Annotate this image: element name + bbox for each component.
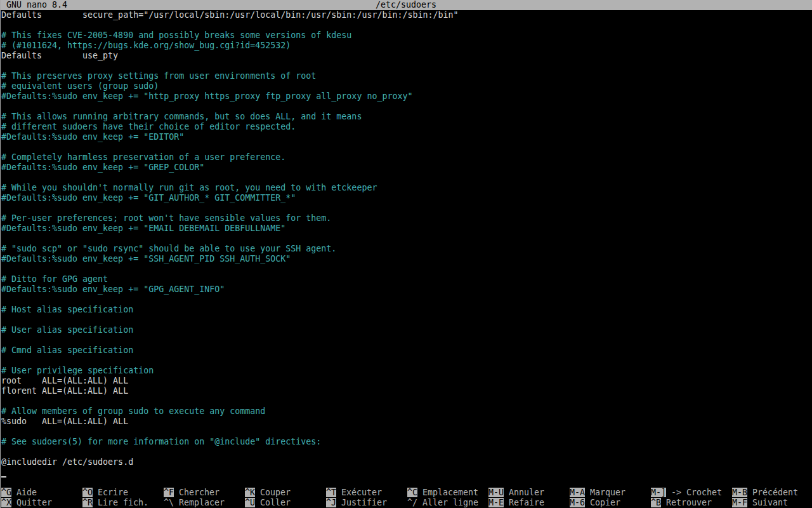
shortcut-label: Chercher (179, 488, 219, 497)
editor-line[interactable] (0, 234, 812, 244)
shortcut-précédent: M-BPrécédent (731, 488, 812, 498)
shortcut-key: ^F (164, 488, 174, 497)
shortcut-key: ^O (82, 488, 93, 497)
shortcut-key: ^X (1, 498, 11, 507)
editor-line[interactable]: # See sudoers(5) for more information on… (0, 437, 812, 447)
editor-line[interactable]: # Cmnd alias specification (0, 345, 812, 356)
shortcut-marquer: M-AMarquer (568, 488, 650, 498)
editor-line[interactable]: @includedir /etc/sudoers.d (0, 457, 812, 467)
terminal-window: GNU nano 8.4 /etc/sudoers Defaults secur… (0, 0, 812, 508)
shortcut-label: Retrouver (666, 498, 712, 507)
shortcut-label: Emplacement (422, 488, 478, 497)
editor-line[interactable]: # equivalent users (group sudo) (0, 81, 812, 91)
shortcut-label: Couper (260, 488, 291, 497)
editor-line[interactable]: #Defaults:%sudo env_keep += "GIT_AUTHOR_… (0, 193, 812, 203)
editor-line[interactable] (0, 315, 812, 325)
shortcut-key: M-A (570, 488, 585, 497)
shortcut-label: Copier (590, 498, 620, 507)
editor-line[interactable] (0, 447, 812, 457)
shortcut-remplacer: ^\Remplacer (162, 498, 244, 508)
shortcut-key: M-U (488, 488, 504, 497)
editor-line[interactable] (0, 102, 812, 112)
editor-line[interactable]: # Per-user preferences; root won't have … (0, 213, 812, 224)
shortcut-key: M-E (488, 498, 504, 507)
editor-line[interactable]: # User alias specification (0, 325, 812, 335)
shortcut-row-top: ^GAide^OÉcrire^FChercher^KCouper^TExécut… (0, 488, 812, 498)
status-line (0, 478, 812, 488)
shortcut-label: Aide (16, 488, 37, 497)
editor-line[interactable] (0, 203, 812, 213)
editor-line[interactable]: florent ALL=(ALL:ALL) ALL (0, 386, 812, 396)
editor-line[interactable]: # (#1011624, https://bugs.kde.org/show_b… (0, 41, 812, 51)
shortcut-label: Remplacer (179, 498, 225, 507)
shortcut-label: -> Crochet (671, 488, 722, 497)
editor-line[interactable]: # While you shouldn't normally run git a… (0, 183, 812, 193)
shortcut-suivant: M-FSuivant (731, 498, 812, 508)
shortcut-key: ^K (245, 488, 255, 497)
editor-line[interactable] (0, 356, 812, 366)
shortcut-lire-fich: ^RLire fich. (81, 498, 162, 508)
shortcut-label: Quitter (16, 498, 52, 507)
editor-content[interactable]: Defaults secure_path="/usr/local/sbin:/u… (0, 10, 812, 478)
editor-line[interactable]: # Host alias specification (0, 305, 812, 315)
shortcut-aller-ligne: ^/Aller ligne (406, 498, 487, 508)
shortcut-label: Suivant (752, 498, 788, 507)
editor-line[interactable]: # This preserves proxy settings from use… (0, 71, 812, 81)
editor-line[interactable] (0, 396, 812, 406)
shortcut-key: ^J (326, 498, 336, 507)
editor-line[interactable] (0, 20, 812, 30)
editor-line[interactable]: #Defaults:%sudo env_keep += "SSH_AGENT_P… (0, 254, 812, 264)
shortcut-key: M-F (732, 498, 747, 507)
editor-line[interactable]: #Defaults:%sudo env_keep += "GPG_AGENT_I… (0, 284, 812, 295)
shortcut-label: Aller ligne (422, 498, 478, 507)
shortcut-key: M-6 (570, 498, 585, 507)
shortcut-chercher: ^FChercher (162, 488, 244, 498)
shortcut-label: Annuler (509, 488, 544, 497)
editor-line[interactable]: Defaults secure_path="/usr/local/sbin:/u… (0, 10, 812, 20)
editor-line[interactable] (0, 61, 812, 71)
editor-line[interactable] (0, 467, 812, 478)
editor-line[interactable] (0, 142, 812, 152)
shortcut-key: ^C (407, 488, 417, 497)
shortcut-quitter: ^XQuitter (0, 498, 81, 508)
editor-line[interactable]: #Defaults:%sudo env_keep += "http_proxy … (0, 91, 812, 102)
editor-line[interactable]: #Defaults:%sudo env_keep += "GREP_COLOR" (0, 163, 812, 173)
editor-line[interactable]: # Allow members of group sudo to execute… (0, 406, 812, 417)
shortcut-label: Coller (260, 498, 291, 507)
shortcut-label: Refaire (509, 498, 544, 507)
shortcut-row-bottom: ^XQuitter^RLire fich.^\Remplacer^UColler… (0, 498, 812, 508)
shortcut-key: M-] (651, 488, 666, 497)
text-cursor (1, 467, 6, 478)
shortcut-couper: ^KCouper (244, 488, 325, 498)
editor-line[interactable]: # User privilege specification (0, 366, 812, 376)
editor-line[interactable] (0, 335, 812, 345)
editor-line[interactable]: # different sudoers have their choice of… (0, 122, 812, 132)
shortcut-exécuter: ^TExécuter (325, 488, 406, 498)
shortcut-key: ^U (245, 498, 255, 507)
shortcut-key: ^/ (407, 498, 417, 507)
editor-line[interactable]: #Defaults:%sudo env_keep += "EDITOR" (0, 132, 812, 142)
editor-line[interactable]: Defaults use_pty (0, 51, 812, 61)
shortcut-key: ^R (82, 498, 93, 507)
shortcut-écrire: ^OÉcrire (81, 488, 162, 498)
editor-line[interactable]: #Defaults:%sudo env_keep += "EMAIL DEBEM… (0, 224, 812, 234)
editor-line[interactable]: # Completely harmless preservation of a … (0, 152, 812, 163)
shortcut-refaire: M-ERefaire (487, 498, 568, 508)
editor-line[interactable]: # This fixes CVE-2005-4890 and possibly … (0, 30, 812, 41)
editor-line[interactable] (0, 295, 812, 305)
editor-line[interactable] (0, 427, 812, 437)
editor-line[interactable]: root ALL=(ALL:ALL) ALL (0, 376, 812, 386)
shortcut-label: Écrire (98, 488, 128, 497)
editor-line[interactable]: # This allows running arbitrary commands… (0, 112, 812, 122)
shortcut-label: Lire fich. (98, 498, 148, 507)
editor-line[interactable] (0, 264, 812, 274)
shortcut-crochet: M-]-> Crochet (650, 488, 731, 498)
editor-line[interactable] (0, 173, 812, 183)
shortcut-aide: ^GAide (0, 488, 81, 498)
shortcut-key: ^T (326, 488, 336, 497)
shortcut-coller: ^UColler (244, 498, 325, 508)
editor-line[interactable]: # "sudo scp" or "sudo rsync" should be a… (0, 244, 812, 254)
editor-line[interactable]: %sudo ALL=(ALL:ALL) ALL (0, 417, 812, 427)
shortcut-annuler: M-UAnnuler (487, 488, 568, 498)
editor-line[interactable]: # Ditto for GPG agent (0, 274, 812, 284)
